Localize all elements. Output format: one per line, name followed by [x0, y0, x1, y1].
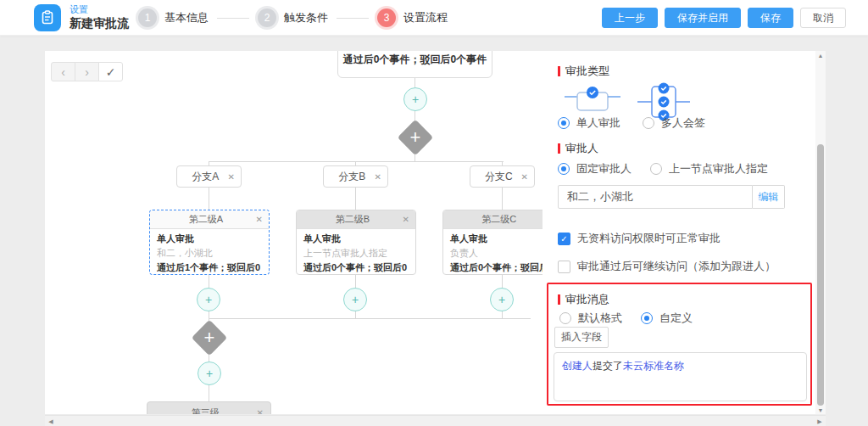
- section-title: 审批类型: [565, 64, 609, 79]
- radio-icon[interactable]: [558, 163, 570, 175]
- approval-message-label: 审批消息: [558, 292, 609, 307]
- third-level-node[interactable]: 第三级 ✕: [147, 401, 271, 414]
- radio-custom-format[interactable]: 自定义: [641, 311, 693, 326]
- redo-button[interactable]: ›: [75, 62, 99, 81]
- approver-input[interactable]: [558, 185, 753, 209]
- step-trigger-condition[interactable]: 2 触发条件: [258, 8, 328, 27]
- close-icon[interactable]: ✕: [375, 172, 381, 182]
- step-label: 基本信息: [164, 10, 209, 25]
- approval-message-section: 审批消息 默认格式 自定义 插入字段 创建人提交了未云标准名称: [547, 283, 812, 406]
- radio-label: 多人会签: [661, 115, 705, 131]
- plus-icon: +: [498, 293, 505, 306]
- insert-field-button[interactable]: 插入字段: [554, 327, 609, 348]
- check-icon: ✓: [560, 234, 567, 244]
- message-text: 提交了: [593, 360, 623, 372]
- close-icon[interactable]: ✕: [521, 172, 528, 182]
- checkbox-row-continue-access[interactable]: 审批通过后可继续访问（添加为跟进人）: [558, 259, 776, 274]
- radio-multi-countersign[interactable]: 多人会签: [643, 115, 705, 131]
- radio-icon[interactable]: [558, 117, 570, 129]
- validate-button[interactable]: ✓: [98, 62, 123, 81]
- connector-line: [355, 188, 356, 210]
- plus-icon: +: [206, 367, 213, 380]
- radio-icon[interactable]: [641, 312, 653, 324]
- checkbox-icon[interactable]: ✓: [558, 233, 570, 245]
- field-token[interactable]: 创建人: [562, 360, 593, 372]
- canvas-horizontal-scrollbar[interactable]: ◀ ▶: [45, 415, 826, 426]
- radio-default-format[interactable]: 默认格式: [559, 311, 622, 326]
- scroll-left-icon[interactable]: ◀: [45, 416, 57, 426]
- header: 设置 新建审批流 1 基本信息 2 触发条件 3 设置流程 上一步 保存并启用 …: [0, 0, 868, 36]
- close-icon[interactable]: ✕: [256, 215, 263, 224]
- plus-icon: +: [205, 293, 212, 306]
- cancel-button[interactable]: 取消: [800, 8, 846, 28]
- canvas-toolbar: ‹ › ✓: [51, 62, 122, 81]
- step-separator: [337, 18, 369, 19]
- start-approval-node[interactable]: 通过后0个事件；驳回后0个事件: [337, 51, 492, 78]
- card-title: 第二级A: [156, 213, 256, 226]
- previous-step-button[interactable]: 上一步: [602, 8, 658, 28]
- checkbox-row-access-permission[interactable]: ✓ 无资料访问权限时可正常审批: [558, 231, 721, 246]
- radio-icon[interactable]: [643, 117, 654, 129]
- approval-card-a[interactable]: 第二级A ✕ 单人审批 和二，小湖北 通过后1个事件；驳回后0个事件: [149, 210, 270, 275]
- connector-line: [502, 188, 503, 210]
- step-setup-flow[interactable]: 3 设置流程: [377, 8, 448, 27]
- close-icon[interactable]: ✕: [257, 408, 264, 415]
- branch-label: 分支C: [476, 170, 521, 184]
- step-label: 设置流程: [403, 10, 448, 25]
- step-basic-info[interactable]: 1 基本信息: [138, 8, 209, 27]
- plus-icon: +: [352, 293, 359, 306]
- page-title: 新建审批流: [70, 15, 129, 31]
- message-content-textarea[interactable]: 创建人提交了未云标准名称: [554, 352, 807, 401]
- approval-card-b[interactable]: 第二级B ✕ 单人审批 上一节点审批人指定 通过后0个事件；驳回后0个事件: [296, 210, 416, 275]
- approver-input-group: 编辑: [558, 185, 785, 209]
- close-icon[interactable]: ✕: [228, 172, 235, 182]
- radio-label: 默认格式: [578, 311, 622, 326]
- stepper: 1 基本信息 2 触发条件 3 设置流程: [138, 0, 448, 36]
- card-header: 第二级B ✕: [297, 210, 415, 229]
- app-icon: [34, 4, 61, 31]
- node-events-text: 通过后0个事件；驳回后0个事件: [343, 53, 487, 67]
- card-approval-type: 单人审批: [157, 232, 262, 246]
- forward-icon: ›: [85, 65, 89, 79]
- branch-node-c[interactable]: 分支C ✕: [470, 165, 535, 188]
- branch-node-b[interactable]: 分支B ✕: [323, 165, 388, 188]
- connector-line: [209, 318, 531, 319]
- scroll-down-icon[interactable]: ▼: [815, 406, 826, 414]
- radio-fixed-approver[interactable]: 固定审批人: [558, 161, 632, 177]
- radio-label: 自定义: [659, 311, 693, 326]
- add-node-button[interactable]: +: [490, 288, 514, 311]
- close-icon[interactable]: ✕: [403, 215, 409, 224]
- card-body: 单人审批 和二，小湖北 通过后1个事件；驳回后0个事件: [150, 229, 269, 275]
- scrollbar-thumb[interactable]: [817, 144, 824, 406]
- card-approval-type: 单人审批: [303, 232, 409, 246]
- card-events: 通过后1个事件；驳回后0个事件: [157, 261, 262, 275]
- undo-button[interactable]: ‹: [51, 62, 75, 81]
- card-assignee: 上一节点审批人指定: [303, 246, 409, 261]
- edit-approver-button[interactable]: 编辑: [753, 185, 785, 209]
- scroll-right-icon[interactable]: ▶: [814, 416, 826, 426]
- add-node-button[interactable]: +: [343, 288, 367, 311]
- scroll-up-icon[interactable]: ▲: [815, 51, 826, 59]
- add-node-button[interactable]: +: [403, 87, 427, 111]
- checkbox-label: 无资料访问权限时可正常审批: [577, 231, 721, 246]
- branch-node-a[interactable]: 分支A ✕: [176, 165, 242, 188]
- save-button[interactable]: 保存: [748, 8, 793, 28]
- radio-icon[interactable]: [559, 312, 571, 324]
- save-and-enable-button[interactable]: 保存并启用: [665, 8, 741, 28]
- card-assignee: 和二，小湖北: [157, 246, 262, 261]
- field-token[interactable]: 未云标准名称: [623, 360, 684, 372]
- connector-line: [209, 161, 504, 162]
- radio-icon[interactable]: [650, 163, 662, 175]
- radio-previous-node-approver[interactable]: 上一节点审批人指定: [650, 161, 768, 177]
- add-node-button[interactable]: +: [197, 288, 220, 311]
- single-approval-icon[interactable]: [563, 85, 622, 119]
- add-node-button[interactable]: +: [198, 362, 221, 385]
- checkbox-icon[interactable]: [558, 261, 570, 273]
- condition-node[interactable]: [398, 120, 433, 155]
- clipboard-icon: [40, 10, 55, 25]
- radio-single-approval[interactable]: 单人审批: [558, 115, 620, 131]
- required-marker: [558, 66, 560, 76]
- back-icon: ‹: [61, 65, 65, 79]
- panel-scrollbar[interactable]: ▲ ▼: [815, 51, 826, 414]
- condition-node[interactable]: [192, 320, 227, 356]
